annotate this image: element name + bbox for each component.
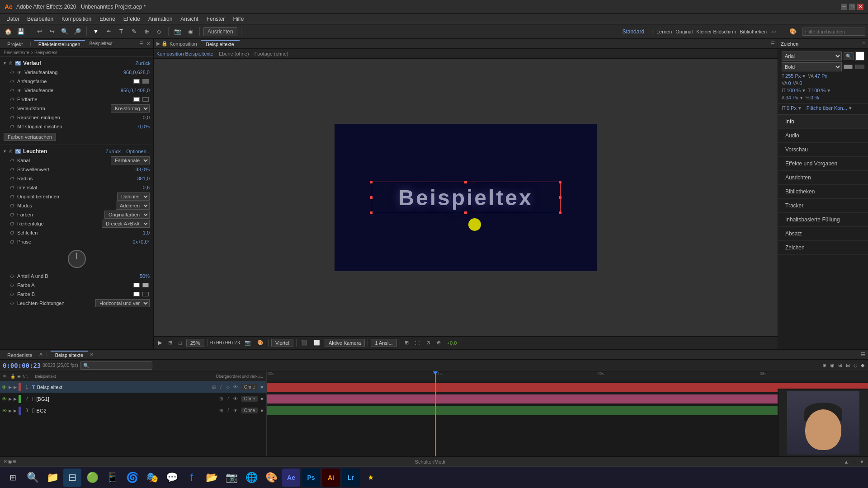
tl-ctrl-5[interactable]: ◇: [853, 361, 858, 369]
rauschen-value[interactable]: 0,0: [143, 115, 150, 120]
layer-2-expand2[interactable]: ▶: [14, 397, 17, 401]
richtungen-select[interactable]: Horizontal und vertikal: [95, 299, 150, 307]
play-btn[interactable]: ▶: [156, 339, 164, 347]
original-mischen-value[interactable]: 0,0%: [138, 124, 150, 129]
layer-2-mode-arrow[interactable]: ▼: [259, 396, 264, 402]
menu-effekte[interactable]: Effekte: [120, 15, 144, 23]
vc-timecode[interactable]: 0:00:00:23: [210, 340, 240, 346]
layer-1-vis-icon[interactable]: 👁: [233, 385, 240, 389]
search-btn[interactable]: 🔍: [59, 26, 70, 37]
comp-panel-menu[interactable]: ☰: [770, 41, 775, 47]
baseline-value[interactable]: 34 Px: [786, 95, 798, 100]
leuchten-options-btn[interactable]: Optionen...: [126, 149, 151, 154]
maximize-button[interactable]: □: [849, 4, 855, 10]
layer-row-1[interactable]: 👁 ▶ ▶ 1 T Beispieltext ⊞ / ◇ 👁 Ohne ▼: [0, 381, 266, 393]
kanal-select[interactable]: Farbkanäle: [111, 156, 150, 164]
taskbar-browser[interactable]: 🌐: [242, 469, 260, 487]
color-btn[interactable]: 🎨: [255, 339, 265, 347]
handle-bm[interactable]: [464, 211, 467, 214]
radius-watch-icon[interactable]: ⏱: [9, 175, 15, 182]
phase-dial[interactable]: [68, 250, 86, 268]
layer-3-mode[interactable]: Ohne: [241, 408, 258, 413]
modus-select[interactable]: Addieren: [116, 202, 150, 210]
right-panel-more-icon[interactable]: ≡: [862, 41, 865, 47]
taskbar-app5[interactable]: 🟢: [83, 469, 101, 487]
area-value[interactable]: Fläche über Kon...: [807, 105, 847, 111]
farben-select[interactable]: Originalfarben: [104, 211, 150, 219]
endfarbe-swatch-white[interactable]: [133, 97, 140, 102]
undo-btn[interactable]: ↩: [34, 26, 45, 37]
farbe-a-swatch[interactable]: [133, 283, 140, 287]
tc-timecode[interactable]: 0:00:00:23: [3, 362, 41, 369]
taskbar-start[interactable]: ⊞: [4, 469, 22, 487]
font-family-select[interactable]: Arial: [782, 52, 842, 61]
menu-ansicht[interactable]: Ansicht: [177, 15, 202, 23]
original-berechnen-watch-icon[interactable]: ⏱: [9, 193, 15, 200]
tl-search-input[interactable]: [80, 361, 152, 370]
taskbar-files[interactable]: 📁: [43, 469, 61, 487]
tl-tab-renderliste[interactable]: Renderliste: [3, 351, 37, 359]
flow-btn[interactable]: ⊕: [435, 339, 443, 347]
intensitat-watch-icon[interactable]: ⏱: [9, 184, 15, 191]
scale-v-value[interactable]: 100 %: [811, 88, 826, 93]
layer-1-sw-1[interactable]: ⊞: [211, 384, 217, 390]
layer-3-sw-2[interactable]: /: [225, 408, 231, 414]
menu-hilfe[interactable]: Hilfe: [229, 15, 247, 23]
effect-group-verlauf-header[interactable]: ▼ ⏱ fx Verlauf Zurück: [0, 59, 153, 68]
taskbar-whatsapp[interactable]: 📱: [103, 469, 121, 487]
handle-tr[interactable]: [559, 181, 561, 183]
scale-h-arrow[interactable]: ▼: [802, 88, 806, 93]
align-label[interactable]: Ausrichten: [203, 27, 237, 36]
layer-2-eye[interactable]: 👁: [2, 396, 7, 402]
select-tool[interactable]: ▼: [90, 26, 101, 37]
verlaufsende-watch-icon[interactable]: ⏱: [9, 87, 15, 94]
farben-watch-icon[interactable]: ⏱: [9, 211, 15, 218]
tracking-value[interactable]: 47 Px: [815, 73, 827, 79]
font-browse-btn[interactable]: 🔍: [844, 52, 854, 60]
menu-komposition[interactable]: Komposition: [58, 15, 95, 23]
verlaufsende-eye-icon[interactable]: 👁: [17, 88, 22, 93]
baseline-arrow[interactable]: ▼: [799, 95, 804, 100]
schwellenwert-value[interactable]: 38,0%: [136, 167, 150, 172]
rauschen-watch-icon[interactable]: ⏱: [9, 114, 15, 121]
panel-item-bibliotheken[interactable]: Bibliotheken: [778, 185, 868, 199]
tl-close-renderliste[interactable]: ✕: [39, 352, 43, 357]
layer-2-name[interactable]: [BG1]: [37, 396, 216, 402]
font-size-value[interactable]: 255 Px: [785, 73, 801, 79]
kerning-value[interactable]: 0: [799, 80, 802, 86]
schleifen-watch-icon[interactable]: ⏱: [9, 230, 15, 236]
farbe-a-swatch-2[interactable]: [142, 283, 149, 287]
menu-bearbeiten[interactable]: Bearbeiten: [24, 15, 57, 23]
tl-ctrl-3[interactable]: ⊞: [837, 361, 843, 369]
endfarbe-watch-icon[interactable]: ⏱: [9, 96, 15, 103]
font-size-arrow[interactable]: ▼: [802, 74, 806, 79]
handle-ml[interactable]: [370, 196, 373, 199]
font-color-swatch[interactable]: [855, 52, 864, 61]
shape-tool[interactable]: ◇: [154, 26, 165, 37]
verlaufsanfang-value[interactable]: 968,0,628,0: [123, 70, 150, 75]
panel-item-absatz[interactable]: Absatz: [778, 227, 868, 241]
help-search-input[interactable]: [802, 28, 865, 36]
panel-item-audio[interactable]: Audio: [778, 129, 868, 143]
scale-h-value[interactable]: 100 %: [787, 88, 801, 93]
original-mischen-watch-icon[interactable]: ⏱: [9, 123, 15, 130]
effect-group-leuchten-header[interactable]: ▼ ⏱ fx Leuchten Zurück Optionen...: [0, 147, 153, 156]
layer-2-expand[interactable]: ▶: [9, 397, 12, 401]
status-end-btn[interactable]: ▼: [859, 459, 864, 465]
reihenfolge-select[interactable]: Dreieck A>B>A: [102, 220, 150, 228]
leuchten-stopwatch[interactable]: ⏱: [9, 149, 13, 154]
tsume-value[interactable]: 0 %: [811, 95, 819, 100]
text-tool[interactable]: T: [116, 26, 127, 37]
verlaufsanfang-eye-icon[interactable]: 👁: [17, 70, 22, 75]
more-workspaces[interactable]: >>: [770, 29, 776, 34]
taskbar-ae[interactable]: Ae: [282, 469, 300, 487]
display-tab-comp[interactable]: Komposition Beispieltexte: [156, 51, 213, 56]
richtungen-watch-icon[interactable]: ⏱: [9, 300, 15, 306]
schleifen-value[interactable]: 1,0: [143, 230, 150, 235]
original-label[interactable]: Original: [675, 29, 693, 34]
small-screen-label[interactable]: Kleiner Bildschirm: [696, 29, 736, 34]
layer-1-mode-arrow[interactable]: ▼: [259, 385, 264, 390]
display-tab-footage[interactable]: Footage (ohne): [255, 51, 288, 56]
intensitat-value[interactable]: 0,6: [143, 185, 150, 190]
handle-bl[interactable]: [370, 211, 373, 214]
